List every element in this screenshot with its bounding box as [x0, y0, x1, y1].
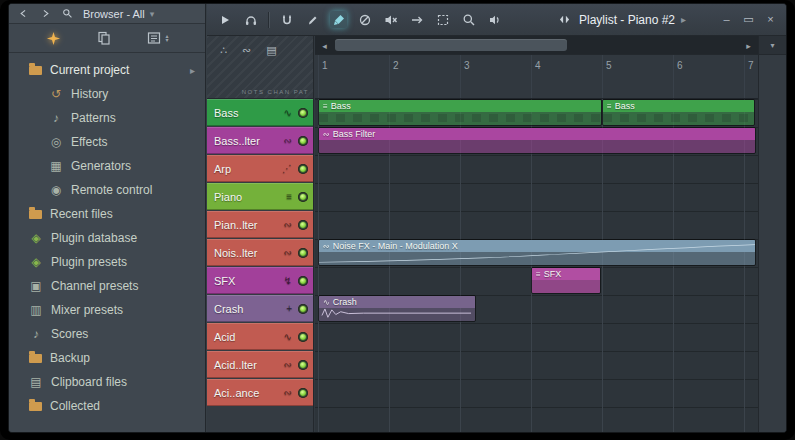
browser-title[interactable]: Browser - All [83, 8, 145, 20]
track-led[interactable] [298, 332, 308, 342]
horizontal-scrollbar[interactable]: ◂ ▸ [315, 36, 758, 55]
files-copy-icon[interactable] [95, 30, 112, 47]
search-icon[interactable] [59, 5, 76, 22]
playlist-title-area[interactable]: Playlist - Piano #2 ▸ [556, 11, 686, 28]
waveform-preview [319, 296, 475, 321]
track-header-crash[interactable]: Crash+ [207, 295, 313, 322]
track-led[interactable] [298, 304, 308, 314]
sidebar-item-mixer-presets[interactable]: ▥ Mixer presets [9, 298, 205, 322]
clip-label: Bass [615, 101, 635, 111]
effect-icon: ◎ [49, 135, 63, 149]
clip-noise-fx[interactable]: ∾ Noise FX - Main - Modulation X [318, 239, 756, 266]
track-header-noise-filter[interactable]: Nois..lter∾ [207, 239, 313, 266]
mute-icon[interactable] [382, 11, 399, 28]
track-header-acid[interactable]: Acid∿ [207, 323, 313, 350]
spinner-chevrons-icon[interactable]: ▴▾ [165, 34, 168, 42]
track-header-acid-ance[interactable]: Aci..ance∾ [207, 379, 313, 406]
forward-arrow-icon[interactable] [37, 5, 54, 22]
sidebar-item-plugin-database[interactable]: ◈ Plugin database [9, 226, 205, 250]
sidebar-item-effects[interactable]: ◎ Effects [9, 130, 205, 154]
track-header-sfx[interactable]: SFX↯ [207, 267, 313, 294]
pattern-list-icon[interactable]: ≡ [286, 191, 292, 202]
track-led[interactable] [298, 220, 308, 230]
automation-icon[interactable]: ∾ [284, 135, 292, 146]
track-led[interactable] [298, 248, 308, 258]
sidebar-item-channel-presets[interactable]: ▣ Channel presets [9, 274, 205, 298]
track-header-bass[interactable]: Bass∿ [207, 99, 313, 126]
plugin-picker-icon[interactable] [145, 30, 162, 47]
sidebar-item-plugin-presets[interactable]: ◈ Plugin presets [9, 250, 205, 274]
sidebar-item-patterns[interactable]: ♪ Patterns [9, 106, 205, 130]
chevron-down-icon[interactable]: ▾ [150, 9, 155, 19]
play-icon[interactable] [216, 11, 233, 28]
track-led[interactable] [298, 164, 308, 174]
sidebar-item-current-project[interactable]: Current project ▸ [9, 58, 205, 82]
chevron-right-icon[interactable]: ▸ [681, 14, 686, 25]
maximize-button[interactable]: ▭ [742, 13, 755, 26]
link-icon[interactable]: ∾ [242, 44, 251, 57]
plugin-icon[interactable]: ↯ [284, 275, 292, 286]
select-icon[interactable] [434, 11, 451, 28]
draw-pencil-icon[interactable] [304, 11, 321, 28]
track-led[interactable] [298, 136, 308, 146]
browser-panel: Browser - All ▾ ▴▾ Current project ▸ ↺ H… [9, 4, 206, 432]
delete-slip-icon[interactable] [356, 11, 373, 28]
track-header-arp[interactable]: Arp⋰ [207, 155, 313, 182]
waveform-icon[interactable]: ∿ [284, 331, 292, 342]
track-header-piano-filter[interactable]: Pian..lter∾ [207, 211, 313, 238]
ruler-number: 7 [748, 60, 754, 71]
automation-icon[interactable]: ∾ [284, 247, 292, 258]
track-led[interactable] [298, 360, 308, 370]
sidebar-item-backup[interactable]: Backup [9, 346, 205, 370]
paint-brush-icon[interactable] [330, 11, 347, 28]
track-header-bass-filter[interactable]: Bass..lter∾ [207, 127, 313, 154]
scrollbar-handle[interactable] [335, 39, 567, 51]
pattern-clip-icon: ≡ [323, 102, 328, 111]
track-header-piano[interactable]: Piano≡ [207, 183, 313, 210]
track-led[interactable] [298, 276, 308, 286]
headphones-icon[interactable] [242, 11, 259, 28]
sidebar-item-clipboard-files[interactable]: ▤ Clipboard files [9, 370, 205, 394]
sidebar-item-recent-files[interactable]: Recent files [9, 202, 205, 226]
zoom-icon[interactable] [460, 11, 477, 28]
piano-roll-icon[interactable]: ▤ [266, 44, 276, 57]
note-icon: ♪ [29, 327, 43, 341]
instrument-wave-icon[interactable]: ∿ [284, 107, 292, 118]
close-button[interactable]: × [764, 13, 777, 26]
clip-bass-1[interactable]: ≡ Bass [318, 99, 602, 126]
timeline-ruler[interactable]: 1 2 3 4 5 6 7 [315, 55, 758, 99]
automation-curve [319, 240, 755, 265]
sidebar-item-history[interactable]: ↺ History [9, 82, 205, 106]
track-name: Crash [214, 303, 243, 315]
sidebar-item-collected[interactable]: Collected [9, 394, 205, 418]
crosshair-icon[interactable]: + [286, 303, 292, 314]
automation-icon[interactable]: ∾ [284, 359, 292, 370]
clip-crash[interactable]: ∿ Crash [318, 295, 476, 322]
slide-icon[interactable] [408, 11, 425, 28]
track-header-acid-filter[interactable]: Acid..lter∾ [207, 351, 313, 378]
sidebar-item-generators[interactable]: ▦ Generators [9, 154, 205, 178]
clip-bass-2[interactable]: ≡ Bass [602, 99, 755, 126]
back-arrow-icon[interactable] [15, 5, 32, 22]
playlist-grid[interactable]: ≡ Bass ≡ Bass ∾ Bass Filter [315, 99, 758, 432]
arpeggio-icon[interactable]: ⋰ [282, 163, 292, 174]
automation-icon[interactable]: ∾ [284, 219, 292, 230]
automation-icon[interactable]: ∾ [284, 387, 292, 398]
scroll-left-icon[interactable]: ◂ [317, 38, 332, 53]
track-name: Acid [214, 331, 235, 343]
playback-icon[interactable] [486, 11, 503, 28]
sidebar-item-remote-control[interactable]: ◉ Remote control [9, 178, 205, 202]
scroll-right-icon[interactable]: ▸ [741, 38, 756, 53]
track-led[interactable] [298, 388, 308, 398]
picker-tool-icon[interactable]: ∴ [220, 44, 227, 57]
clip-bass-filter[interactable]: ∾ Bass Filter [318, 127, 756, 154]
snap-magnet-icon[interactable] [278, 11, 295, 28]
star-icon[interactable] [45, 30, 62, 47]
track-led[interactable] [298, 192, 308, 202]
sidebar-item-scores[interactable]: ♪ Scores [9, 322, 205, 346]
app-surface: Browser - All ▾ ▴▾ Current project ▸ ↺ H… [8, 3, 787, 433]
minimize-button[interactable]: – [720, 13, 733, 26]
track-led[interactable] [298, 108, 308, 118]
view-options-icon[interactable]: ▾ [759, 36, 786, 55]
clip-sfx[interactable]: ≡ SFX [531, 267, 601, 294]
